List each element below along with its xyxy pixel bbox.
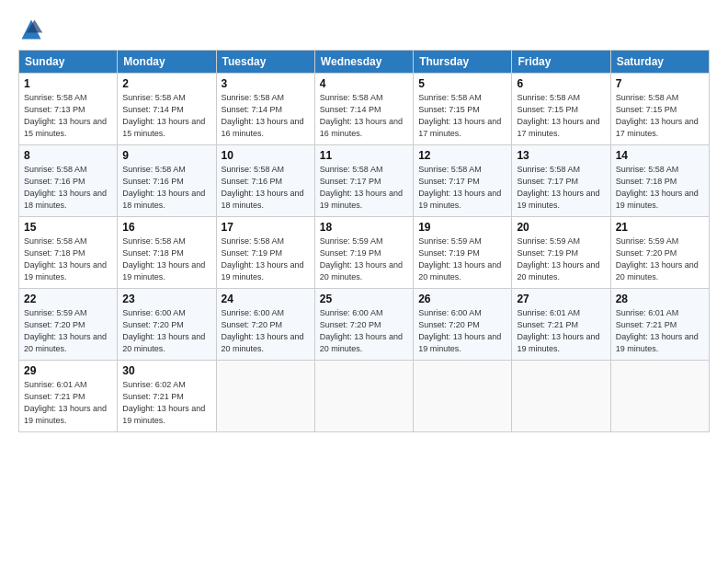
day-info: Sunrise: 5:58 AMSunset: 7:19 PMDaylight:… (222, 236, 304, 282)
day-number: 28 (616, 293, 704, 305)
calendar-cell: 30 Sunrise: 6:02 AMSunset: 7:21 PMDaylig… (118, 361, 216, 432)
week-row-1: 1 Sunrise: 5:58 AMSunset: 7:13 PMDayligh… (19, 74, 710, 145)
calendar-cell (314, 361, 413, 432)
week-row-4: 22 Sunrise: 5:59 AMSunset: 7:20 PMDaylig… (19, 289, 710, 361)
day-number: 20 (517, 221, 605, 234)
header (18, 17, 710, 42)
calendar-cell: 12 Sunrise: 5:58 AMSunset: 7:17 PMDaylig… (414, 145, 512, 217)
day-number: 29 (24, 364, 112, 377)
column-header-saturday: Saturday (610, 51, 709, 74)
day-number: 12 (418, 149, 506, 162)
calendar-cell: 18 Sunrise: 5:59 AMSunset: 7:19 PMDaylig… (314, 217, 413, 289)
calendar-cell: 24 Sunrise: 6:00 AMSunset: 7:20 PMDaylig… (216, 289, 314, 361)
day-number: 9 (122, 149, 210, 162)
day-number: 21 (616, 221, 704, 234)
day-info: Sunrise: 6:01 AMSunset: 7:21 PMDaylight:… (616, 308, 699, 353)
day-number: 24 (222, 293, 310, 305)
calendar-cell: 1 Sunrise: 5:58 AMSunset: 7:13 PMDayligh… (19, 74, 118, 145)
week-row-5: 29 Sunrise: 6:01 AMSunset: 7:21 PMDaylig… (19, 361, 710, 432)
day-number: 17 (222, 221, 310, 234)
day-number: 5 (418, 77, 506, 90)
day-number: 13 (517, 149, 605, 162)
day-number: 30 (122, 364, 210, 377)
day-info: Sunrise: 6:00 AMSunset: 7:20 PMDaylight:… (320, 308, 403, 353)
calendar-cell: 11 Sunrise: 5:58 AMSunset: 7:17 PMDaylig… (314, 145, 413, 217)
week-row-3: 15 Sunrise: 5:58 AMSunset: 7:18 PMDaylig… (19, 217, 710, 289)
calendar-cell (216, 361, 314, 432)
day-number: 8 (24, 149, 112, 162)
calendar-cell (512, 361, 610, 432)
calendar-cell: 16 Sunrise: 5:58 AMSunset: 7:18 PMDaylig… (118, 217, 216, 289)
calendar-cell: 2 Sunrise: 5:58 AMSunset: 7:14 PMDayligh… (118, 74, 216, 145)
column-header-sunday: Sunday (19, 51, 118, 74)
calendar-cell: 17 Sunrise: 5:58 AMSunset: 7:19 PMDaylig… (216, 217, 314, 289)
column-header-tuesday: Tuesday (216, 51, 314, 74)
logo (18, 17, 48, 42)
day-number: 2 (122, 77, 210, 90)
day-info: Sunrise: 5:58 AMSunset: 7:15 PMDaylight:… (418, 93, 501, 138)
calendar-cell: 26 Sunrise: 6:00 AMSunset: 7:20 PMDaylig… (414, 289, 512, 361)
calendar-cell: 28 Sunrise: 6:01 AMSunset: 7:21 PMDaylig… (610, 289, 709, 361)
day-info: Sunrise: 5:58 AMSunset: 7:14 PMDaylight:… (222, 93, 304, 138)
day-info: Sunrise: 6:01 AMSunset: 7:21 PMDaylight:… (24, 380, 107, 425)
day-number: 11 (320, 149, 408, 162)
calendar-cell (610, 361, 709, 432)
day-number: 6 (517, 77, 605, 90)
day-number: 3 (222, 77, 310, 90)
day-info: Sunrise: 5:58 AMSunset: 7:15 PMDaylight:… (616, 93, 699, 138)
calendar-cell: 5 Sunrise: 5:58 AMSunset: 7:15 PMDayligh… (414, 74, 512, 145)
calendar-cell: 7 Sunrise: 5:58 AMSunset: 7:15 PMDayligh… (610, 74, 709, 145)
day-info: Sunrise: 5:58 AMSunset: 7:13 PMDaylight:… (24, 93, 107, 138)
day-info: Sunrise: 5:58 AMSunset: 7:14 PMDaylight:… (122, 93, 205, 138)
calendar-cell: 15 Sunrise: 5:58 AMSunset: 7:18 PMDaylig… (19, 217, 118, 289)
week-row-2: 8 Sunrise: 5:58 AMSunset: 7:16 PMDayligh… (19, 145, 710, 217)
day-number: 26 (418, 293, 506, 305)
day-number: 23 (122, 293, 210, 305)
day-number: 10 (222, 149, 310, 162)
column-header-thursday: Thursday (414, 51, 512, 74)
day-number: 22 (24, 293, 112, 305)
day-number: 19 (418, 221, 506, 234)
calendar-table: SundayMondayTuesdayWednesdayThursdayFrid… (18, 50, 710, 432)
calendar-cell: 9 Sunrise: 5:58 AMSunset: 7:16 PMDayligh… (118, 145, 216, 217)
day-number: 25 (320, 293, 408, 305)
day-info: Sunrise: 5:58 AMSunset: 7:17 PMDaylight:… (418, 165, 501, 210)
calendar-cell: 27 Sunrise: 6:01 AMSunset: 7:21 PMDaylig… (512, 289, 610, 361)
day-info: Sunrise: 5:58 AMSunset: 7:18 PMDaylight:… (24, 236, 107, 282)
day-info: Sunrise: 5:58 AMSunset: 7:16 PMDaylight:… (222, 165, 304, 210)
day-info: Sunrise: 5:58 AMSunset: 7:18 PMDaylight:… (616, 165, 699, 210)
day-number: 27 (517, 293, 605, 305)
calendar-cell: 19 Sunrise: 5:59 AMSunset: 7:19 PMDaylig… (414, 217, 512, 289)
calendar-cell: 10 Sunrise: 5:58 AMSunset: 7:16 PMDaylig… (216, 145, 314, 217)
calendar-cell: 4 Sunrise: 5:58 AMSunset: 7:14 PMDayligh… (314, 74, 413, 145)
day-number: 16 (122, 221, 210, 234)
logo-icon (18, 17, 44, 42)
day-info: Sunrise: 5:59 AMSunset: 7:20 PMDaylight:… (616, 236, 699, 282)
day-number: 4 (320, 77, 408, 90)
calendar-cell: 29 Sunrise: 6:01 AMSunset: 7:21 PMDaylig… (19, 361, 118, 432)
calendar-cell: 21 Sunrise: 5:59 AMSunset: 7:20 PMDaylig… (610, 217, 709, 289)
calendar-cell: 23 Sunrise: 6:00 AMSunset: 7:20 PMDaylig… (118, 289, 216, 361)
column-header-wednesday: Wednesday (314, 51, 413, 74)
day-number: 15 (24, 221, 112, 234)
day-info: Sunrise: 6:01 AMSunset: 7:21 PMDaylight:… (517, 308, 599, 353)
day-info: Sunrise: 5:58 AMSunset: 7:17 PMDaylight:… (320, 165, 403, 210)
header-row: SundayMondayTuesdayWednesdayThursdayFrid… (19, 51, 710, 74)
day-info: Sunrise: 5:59 AMSunset: 7:19 PMDaylight:… (320, 236, 403, 282)
calendar-cell: 8 Sunrise: 5:58 AMSunset: 7:16 PMDayligh… (19, 145, 118, 217)
day-info: Sunrise: 5:58 AMSunset: 7:15 PMDaylight:… (517, 93, 599, 138)
day-info: Sunrise: 5:58 AMSunset: 7:16 PMDaylight:… (122, 165, 205, 210)
day-info: Sunrise: 5:59 AMSunset: 7:19 PMDaylight:… (517, 236, 599, 282)
column-header-friday: Friday (512, 51, 610, 74)
calendar-cell: 3 Sunrise: 5:58 AMSunset: 7:14 PMDayligh… (216, 74, 314, 145)
calendar-cell: 22 Sunrise: 5:59 AMSunset: 7:20 PMDaylig… (19, 289, 118, 361)
day-info: Sunrise: 5:59 AMSunset: 7:19 PMDaylight:… (418, 236, 501, 282)
day-info: Sunrise: 5:58 AMSunset: 7:17 PMDaylight:… (517, 165, 599, 210)
calendar-cell: 20 Sunrise: 5:59 AMSunset: 7:19 PMDaylig… (512, 217, 610, 289)
day-number: 7 (616, 77, 704, 90)
day-info: Sunrise: 6:02 AMSunset: 7:21 PMDaylight:… (122, 380, 205, 425)
calendar-cell (414, 361, 512, 432)
day-number: 1 (24, 77, 112, 90)
page: SundayMondayTuesdayWednesdayThursdayFrid… (0, 0, 728, 563)
day-number: 18 (320, 221, 408, 234)
